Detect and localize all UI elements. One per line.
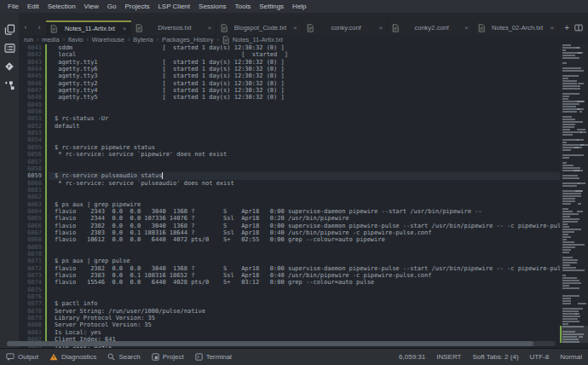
editor-line[interactable]: 6071$ ps aux | grep pulse — [19, 258, 560, 264]
editor-line[interactable]: 6069 — [19, 244, 560, 251]
statusbar-terminal[interactable]: Terminal — [195, 353, 232, 361]
statusbar-project[interactable]: Project — [152, 353, 184, 361]
menu-item-view[interactable]: View — [80, 0, 103, 13]
editor-line[interactable]: 6080Server Protocol Version: 35 — [19, 322, 560, 328]
statusbar-soft-tabs[interactable]: Soft Tabs: 2 (4) — [472, 353, 518, 361]
new-tab-button[interactable]: + — [564, 24, 569, 32]
close-icon[interactable]: × — [293, 25, 297, 32]
editor-line[interactable]: 6045 agetty.tty3 [ started 1 day(s) 12:3… — [19, 72, 560, 79]
editor-line[interactable]: 6059$ rc-service pulseaudio status — [19, 172, 560, 179]
menu-item-file[interactable]: File — [3, 0, 23, 13]
statusbar-line-endings[interactable]: Normal — [560, 353, 582, 361]
sidebar-list-icon[interactable] — [3, 42, 15, 54]
editor-line[interactable]: 6056 * rc-service: service `pipewire' do… — [19, 151, 560, 158]
sidebar-node-tree-icon[interactable] — [3, 79, 15, 91]
editor-line[interactable]: 6051$ rc-status -Ur — [19, 115, 560, 122]
close-icon[interactable]: × — [464, 25, 469, 32]
horizontal-scrollbar-thumb[interactable] — [7, 341, 533, 346]
editor-line[interactable]: 6057 — [19, 159, 560, 165]
editor-line[interactable]: 6072flavio 2382 0.0 0.0 3040 1368 ? S Ap… — [19, 265, 560, 272]
editor-line[interactable]: 6047 agetty.tty4 [ started 1 day(s) 12:3… — [19, 87, 560, 94]
menu-item-selection[interactable]: Selection — [43, 0, 80, 13]
editor-line[interactable]: 6063$ ps aux | grep pipewire — [19, 201, 560, 208]
close-icon[interactable]: × — [378, 25, 383, 32]
tab-scroll-left-icon[interactable]: ‹ — [19, 20, 32, 35]
editor-line[interactable]: 6041 sddm [ started 1 day(s) 12:30:32 (0… — [19, 44, 560, 51]
code-editor[interactable]: 6041 sddm [ started 1 day(s) 12:30:32 (0… — [19, 44, 560, 348]
editor-line[interactable]: 6050 — [19, 108, 560, 115]
tab-diversos-txt[interactable]: Diversos.txt× — [131, 20, 217, 35]
editor-line[interactable]: 6065flavio 2344 0.0 0.0 107336 14076 ? S… — [19, 215, 560, 222]
editor-line[interactable]: 6075 — [19, 287, 560, 293]
minimap-mark — [562, 162, 567, 164]
editor-line[interactable]: 6052default — [19, 123, 560, 130]
editor-line[interactable]: 6068flavio 10612 0.0 0.0 6440 4072 pts/0… — [19, 236, 560, 243]
tab-conky-conf[interactable]: conky.conf× — [303, 20, 389, 35]
statusbar-cursor-position[interactable]: 6,059:31 — [399, 353, 425, 361]
editor-line[interactable]: 6064flavio 2343 0.0 0.0 3040 1360 ? S Ap… — [19, 208, 560, 215]
close-icon[interactable]: × — [207, 25, 211, 32]
editor-line[interactable]: 6081Is Local: yes — [19, 329, 560, 336]
statusbar-encoding[interactable]: UTF-8 — [530, 353, 550, 361]
split-view-icon[interactable] — [574, 24, 583, 32]
sidebar-diamond-icon[interactable] — [3, 61, 15, 72]
tab-conky2-conf[interactable]: conky2.conf× — [388, 20, 474, 35]
minimap-mark — [562, 241, 574, 243]
editor-line[interactable]: 6042 local [ started ] — [19, 51, 560, 58]
tab-blogspot-code-txt[interactable]: Blogspot_Code.txt× — [216, 20, 303, 35]
editor-line[interactable]: 6077$ pactl info — [19, 300, 560, 307]
tab-scroll-right-icon[interactable]: › — [32, 20, 46, 35]
tab-notes-11-artix-txt[interactable]: Notes_11-Artix.txt× — [46, 20, 131, 35]
editor-line[interactable]: 6055$ rc-service pipewire status — [19, 144, 560, 151]
menu-item-edit[interactable]: Edit — [23, 0, 43, 13]
breadcrumb-item-byteria[interactable]: Byteria — [133, 36, 153, 43]
editor-line[interactable]: 6070 — [19, 251, 560, 258]
editor-line[interactable]: 6053 — [19, 130, 560, 136]
menu-item-projects[interactable]: Projects — [120, 0, 153, 13]
editor-line[interactable]: 6074flavio 15546 0.0 0.0 6440 4028 pts/0… — [19, 279, 560, 286]
editor-line[interactable]: 6058 — [19, 165, 560, 172]
menu-item-tools[interactable]: Tools — [231, 0, 256, 13]
editor-line[interactable]: 6061 — [19, 187, 560, 194]
editor-line[interactable]: 6054 — [19, 136, 560, 143]
minimap-mark — [562, 211, 573, 212]
breadcrumb-item-flavio[interactable]: flavio — [68, 36, 84, 43]
breadcrumb-item-media[interactable]: media — [42, 36, 59, 43]
editor-line[interactable]: 6078Server String: /run/user/1000/pulse/… — [19, 308, 560, 315]
menu-item-lsp-client[interactable]: LSP Client — [153, 0, 194, 13]
menu-item-help[interactable]: Help — [288, 0, 310, 13]
line-text: $ rc-status -Ur — [55, 115, 560, 122]
close-icon[interactable]: × — [551, 25, 555, 32]
horizontal-scrollbar[interactable] — [7, 341, 556, 346]
editor-line[interactable]: 6046 agetty.tty2 [ started 1 day(s) 12:3… — [19, 80, 560, 87]
minimap-mark — [562, 96, 569, 97]
editor-line[interactable]: 6048 agetty.tty5 [ started 1 day(s) 12:3… — [19, 94, 560, 101]
tab-notes-02-arch-txt[interactable]: Notes_02-Arch.txt× — [474, 20, 560, 35]
breadcrumb-item-packages-history[interactable]: Packages_History — [162, 36, 213, 43]
minimap[interactable] — [560, 44, 588, 343]
editor-line[interactable]: 6067flavio 2383 0.0 0.1 180316 18644 ? S… — [19, 229, 560, 236]
sidebar-copy-icon[interactable] — [3, 23, 15, 35]
editor-line[interactable]: 6044 agetty.tty6 [ started 1 day(s) 12:3… — [19, 66, 560, 72]
statusbar-output[interactable]: Output — [6, 353, 38, 361]
minimap-viewport[interactable] — [560, 326, 588, 343]
editor-line[interactable]: 6049 — [19, 101, 560, 108]
editor-line[interactable]: 6062 — [19, 194, 560, 200]
breadcrumb-item-warehouse[interactable]: Warehouse — [92, 36, 124, 43]
breadcrumb-item-run[interactable]: run — [24, 36, 33, 43]
line-number: 6073 — [19, 272, 42, 279]
editor-line[interactable]: 6079Library Protocol Version: 35 — [19, 315, 560, 322]
breadcrumb-separator: › — [216, 37, 218, 43]
editor-line[interactable]: 6066flavio 2382 0.0 0.0 3040 1368 ? S Ap… — [19, 223, 560, 229]
menu-item-go[interactable]: Go — [103, 0, 121, 13]
statusbar-diagnostics[interactable]: Diagnostics — [49, 353, 96, 361]
statusbar-insert-mode[interactable]: INSERT — [436, 353, 461, 361]
editor-line[interactable]: 6043 agetty.tty1 [ started 1 day(s) 12:3… — [19, 59, 560, 66]
editor-line[interactable]: 6076 — [19, 293, 560, 300]
menu-item-sessions[interactable]: Sessions — [194, 0, 230, 13]
close-icon[interactable]: × — [123, 26, 127, 32]
editor-line[interactable]: 6073flavio 2383 0.0 0.1 180316 18652 ? S… — [19, 272, 560, 279]
editor-line[interactable]: 6060 * rc-service: service `pulseaudio' … — [19, 180, 560, 187]
menu-item-settings[interactable]: Settings — [255, 0, 288, 13]
statusbar-search[interactable]: Search — [107, 353, 140, 361]
